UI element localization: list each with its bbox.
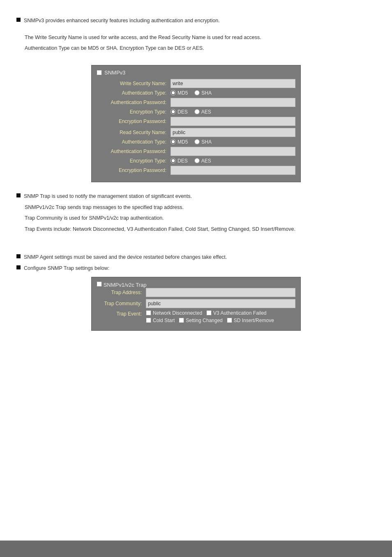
section4-text: Configure SNMP Trap settings below: xyxy=(24,264,109,273)
read-auth-md5-radio[interactable] xyxy=(171,139,176,144)
write-auth-type-label: Authentication Type: xyxy=(97,90,171,96)
write-enc-aes-item[interactable]: AES xyxy=(194,109,211,115)
section2-text: SNMP Trap is used to notify the manageme… xyxy=(24,192,192,201)
page-footer xyxy=(0,541,392,557)
trap-config-box: SNMPv1/v2c Trap Trap Address: Trap Commu… xyxy=(91,277,301,331)
trap-events-row2: Cold Start Setting Changed SD Insert/Rem… xyxy=(146,318,274,323)
write-enc-type-label: Encryption Type: xyxy=(97,109,171,115)
write-auth-password-row: Authentication Password: xyxy=(97,98,295,107)
trap-sd-insert-item[interactable]: SD Insert/Remove xyxy=(227,318,274,323)
trap-label[interactable]: SNMPv1/v2c Trap xyxy=(104,282,147,288)
write-enc-password-row: Encryption Password: xyxy=(97,117,295,126)
read-auth-password-row: Authentication Password: xyxy=(97,147,295,156)
section1-text: SNMPv3 provides enhanced security featur… xyxy=(24,16,220,25)
read-enc-password-input[interactable] xyxy=(171,166,295,175)
section2-block: SNMP Trap is used to notify the manageme… xyxy=(16,192,376,201)
read-security-name-label: Read Security Name: xyxy=(97,130,171,135)
page-content: SNMPv3 provides enhanced security featur… xyxy=(0,0,392,368)
read-enc-password-label: Encryption Password: xyxy=(97,167,171,173)
read-security-name-input[interactable] xyxy=(171,128,295,137)
write-auth-password-label: Authentication Password: xyxy=(97,100,171,105)
write-enc-des-radio[interactable] xyxy=(171,109,176,114)
trap-cold-start-label: Cold Start xyxy=(153,318,175,323)
read-auth-password-label: Authentication Password: xyxy=(97,149,171,154)
section3-text: SNMP Agent settings must be saved and th… xyxy=(24,253,227,262)
section3-bullet xyxy=(16,254,21,258)
trap-event-options: Network Disconnected V3 Authentication F… xyxy=(146,310,274,323)
write-enc-password-label: Encryption Password: xyxy=(97,118,171,124)
read-enc-des-item[interactable]: DES xyxy=(171,158,188,164)
trap-v3-auth-checkbox[interactable] xyxy=(206,310,212,316)
section3-block: SNMP Agent settings must be saved and th… xyxy=(16,253,376,262)
write-enc-password-input[interactable] xyxy=(171,117,295,126)
trap-address-input[interactable] xyxy=(146,288,295,297)
section2-bullet xyxy=(16,193,21,197)
read-auth-type-group: MD5 SHA xyxy=(171,139,212,145)
section2-p3: Trap Community is used for SNMPv1/v2c tr… xyxy=(25,214,376,223)
read-enc-des-radio[interactable] xyxy=(171,158,176,163)
read-enc-type-label: Encryption Type: xyxy=(97,158,171,164)
trap-setting-changed-item[interactable]: Setting Changed xyxy=(179,318,222,323)
read-security-name-row: Read Security Name: xyxy=(97,128,295,137)
write-security-name-label: Write Security Name: xyxy=(97,81,171,86)
snmpv3-config-box: SNMPv3 Write Security Name: Authenticati… xyxy=(91,65,301,182)
write-enc-aes-radio[interactable] xyxy=(194,109,200,114)
section1-block: SNMPv3 provides enhanced security featur… xyxy=(16,16,376,25)
section2-p2: SNMPv1/v2c Trap sends trap messages to t… xyxy=(25,203,376,212)
read-auth-sha-item[interactable]: SHA xyxy=(194,139,212,145)
trap-net-disc-item[interactable]: Network Disconnected xyxy=(146,310,202,316)
write-enc-type-row: Encryption Type: DES AES xyxy=(97,109,295,115)
trap-event-row: Trap Event: Network Disconnected V3 Auth… xyxy=(97,310,295,323)
trap-community-label: Trap Community: xyxy=(97,301,146,306)
snmpv3-header: SNMPv3 xyxy=(97,70,295,76)
read-enc-aes-item[interactable]: AES xyxy=(194,158,211,164)
trap-events-row1: Network Disconnected V3 Authentication F… xyxy=(146,310,274,316)
read-enc-type-group: DES AES xyxy=(171,158,211,164)
section4-bullet xyxy=(16,265,21,269)
read-enc-aes-radio[interactable] xyxy=(194,158,200,163)
write-auth-md5-radio[interactable] xyxy=(171,90,176,95)
trap-address-row: Trap Address: xyxy=(97,288,295,297)
trap-checkbox[interactable] xyxy=(97,281,102,287)
write-security-name-input[interactable] xyxy=(171,79,295,88)
snmpv3-checkbox[interactable] xyxy=(97,70,102,75)
section1-p2: The Write Security Name is used for writ… xyxy=(25,33,376,42)
trap-v3-auth-item[interactable]: V3 Authentication Failed xyxy=(206,310,266,316)
write-auth-sha-item[interactable]: SHA xyxy=(194,90,212,96)
trap-setting-changed-checkbox[interactable] xyxy=(179,318,184,323)
read-auth-md5-item[interactable]: MD5 xyxy=(171,139,188,145)
trap-net-disc-label: Network Disconnected xyxy=(153,310,202,316)
trap-net-disc-checkbox[interactable] xyxy=(146,310,151,316)
write-security-name-row: Write Security Name: xyxy=(97,79,295,88)
section1-bullet xyxy=(16,18,21,22)
trap-event-label: Trap Event: xyxy=(97,311,146,317)
section2-p4: Trap Events include: Network Disconnecte… xyxy=(25,225,376,234)
trap-v3-auth-label: V3 Authentication Failed xyxy=(213,310,266,316)
read-auth-type-label: Authentication Type: xyxy=(97,139,171,145)
read-auth-type-row: Authentication Type: MD5 SHA xyxy=(97,139,295,145)
trap-community-row: Trap Community: xyxy=(97,299,295,308)
read-auth-password-input[interactable] xyxy=(171,147,295,156)
read-enc-password-row: Encryption Password: xyxy=(97,166,295,175)
write-auth-md5-item[interactable]: MD5 xyxy=(171,90,188,96)
trap-sd-insert-label: SD Insert/Remove xyxy=(234,318,274,323)
section4-block: Configure SNMP Trap settings below: xyxy=(16,264,376,273)
trap-header: SNMPv1/v2c Trap xyxy=(97,281,295,288)
write-auth-password-input[interactable] xyxy=(171,98,295,107)
read-auth-sha-radio[interactable] xyxy=(194,139,200,144)
section1-p3: Authentication Type can be MD5 or SHA. E… xyxy=(25,44,376,53)
read-enc-type-row: Encryption Type: DES AES xyxy=(97,158,295,164)
write-auth-sha-radio[interactable] xyxy=(194,90,200,95)
trap-sd-insert-checkbox[interactable] xyxy=(227,318,232,323)
trap-community-input[interactable] xyxy=(146,299,295,308)
trap-setting-changed-label: Setting Changed xyxy=(186,318,222,323)
write-enc-type-group: DES AES xyxy=(171,109,211,115)
write-auth-type-row: Authentication Type: MD5 SHA xyxy=(97,90,295,96)
write-auth-type-group: MD5 SHA xyxy=(171,90,212,96)
trap-cold-start-checkbox[interactable] xyxy=(146,318,151,323)
write-enc-des-item[interactable]: DES xyxy=(171,109,188,115)
snmpv3-label[interactable]: SNMPv3 xyxy=(104,70,125,76)
trap-cold-start-item[interactable]: Cold Start xyxy=(146,318,175,323)
trap-address-label: Trap Address: xyxy=(97,290,146,295)
